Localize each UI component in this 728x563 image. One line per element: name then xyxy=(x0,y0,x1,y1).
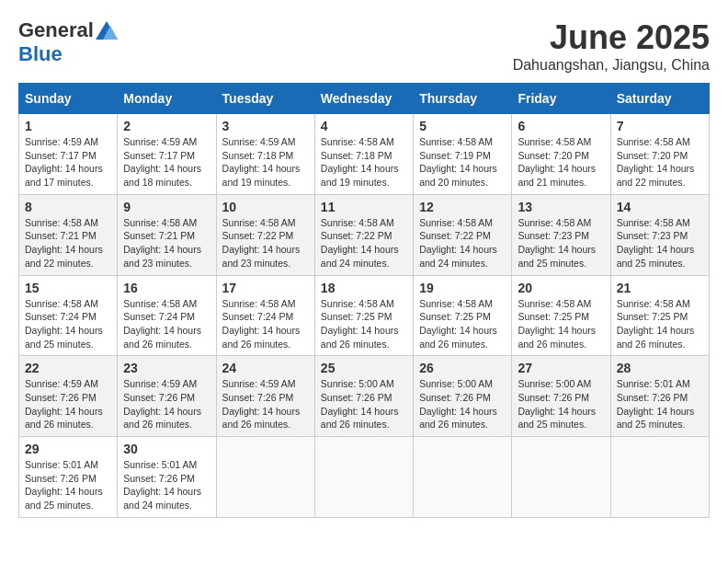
day-number: 5 xyxy=(419,119,506,133)
calendar-cell: 17Sunrise: 4:58 AM Sunset: 7:24 PM Dayli… xyxy=(216,275,314,356)
day-info: Sunrise: 5:01 AM Sunset: 7:26 PM Dayligh… xyxy=(25,458,111,512)
day-number: 23 xyxy=(123,361,210,375)
calendar-header-row: SundayMondayTuesdayWednesdayThursdayFrid… xyxy=(19,84,710,114)
calendar-cell: 14Sunrise: 4:58 AM Sunset: 7:23 PM Dayli… xyxy=(610,194,709,275)
day-info: Sunrise: 4:59 AM Sunset: 7:18 PM Dayligh… xyxy=(222,135,309,190)
day-number: 1 xyxy=(25,119,111,133)
header-saturday: Saturday xyxy=(610,84,709,114)
day-info: Sunrise: 4:58 AM Sunset: 7:22 PM Dayligh… xyxy=(419,216,506,270)
title-section: June 2025 Dahuangshan, Jiangsu, China xyxy=(513,18,710,74)
day-number: 27 xyxy=(518,361,604,375)
calendar-cell: 4Sunrise: 4:58 AM Sunset: 7:18 PM Daylig… xyxy=(314,114,413,195)
calendar-cell: 26Sunrise: 5:00 AM Sunset: 7:26 PM Dayli… xyxy=(414,356,512,437)
day-info: Sunrise: 4:59 AM Sunset: 7:17 PM Dayligh… xyxy=(25,135,111,190)
calendar-cell: 2Sunrise: 4:59 AM Sunset: 7:17 PM Daylig… xyxy=(118,114,216,195)
header-friday: Friday xyxy=(512,84,610,114)
day-info: Sunrise: 4:59 AM Sunset: 7:26 PM Dayligh… xyxy=(25,377,111,431)
header-tuesday: Tuesday xyxy=(216,84,314,114)
calendar-cell: 6Sunrise: 4:58 AM Sunset: 7:20 PM Daylig… xyxy=(512,114,610,195)
day-info: Sunrise: 4:58 AM Sunset: 7:25 PM Dayligh… xyxy=(321,297,407,351)
calendar-week-3: 15Sunrise: 4:58 AM Sunset: 7:24 PM Dayli… xyxy=(19,275,710,356)
day-number: 9 xyxy=(123,200,210,214)
day-info: Sunrise: 4:59 AM Sunset: 7:17 PM Dayligh… xyxy=(123,135,210,190)
calendar-cell: 28Sunrise: 5:01 AM Sunset: 7:26 PM Dayli… xyxy=(610,356,709,437)
header-monday: Monday xyxy=(118,84,216,114)
day-info: Sunrise: 4:58 AM Sunset: 7:25 PM Dayligh… xyxy=(419,297,506,351)
calendar-cell: 7Sunrise: 4:58 AM Sunset: 7:20 PM Daylig… xyxy=(610,114,709,195)
calendar-cell: 15Sunrise: 4:58 AM Sunset: 7:24 PM Dayli… xyxy=(19,275,118,356)
page-header: General Blue June 2025 Dahuangshan, Jian… xyxy=(18,18,710,74)
day-info: Sunrise: 4:58 AM Sunset: 7:24 PM Dayligh… xyxy=(222,297,309,351)
calendar-cell xyxy=(610,437,709,518)
calendar-cell: 5Sunrise: 4:58 AM Sunset: 7:19 PM Daylig… xyxy=(414,114,512,195)
day-number: 12 xyxy=(419,200,506,214)
day-number: 3 xyxy=(222,119,309,133)
day-number: 25 xyxy=(321,361,407,375)
calendar-cell xyxy=(512,437,610,518)
day-info: Sunrise: 4:58 AM Sunset: 7:22 PM Dayligh… xyxy=(321,216,407,270)
day-info: Sunrise: 4:58 AM Sunset: 7:22 PM Dayligh… xyxy=(222,216,309,270)
day-info: Sunrise: 5:01 AM Sunset: 7:26 PM Dayligh… xyxy=(123,458,210,512)
day-info: Sunrise: 4:58 AM Sunset: 7:25 PM Dayligh… xyxy=(617,297,703,351)
day-info: Sunrise: 4:58 AM Sunset: 7:24 PM Dayligh… xyxy=(25,297,111,351)
day-info: Sunrise: 4:58 AM Sunset: 7:20 PM Dayligh… xyxy=(617,135,703,190)
calendar-cell xyxy=(314,437,413,518)
day-info: Sunrise: 4:58 AM Sunset: 7:23 PM Dayligh… xyxy=(518,216,604,270)
day-info: Sunrise: 5:00 AM Sunset: 7:26 PM Dayligh… xyxy=(321,377,407,431)
header-sunday: Sunday xyxy=(19,84,118,114)
calendar-cell: 12Sunrise: 4:58 AM Sunset: 7:22 PM Dayli… xyxy=(414,194,512,275)
day-info: Sunrise: 4:58 AM Sunset: 7:20 PM Dayligh… xyxy=(518,135,604,190)
day-number: 21 xyxy=(617,281,703,295)
calendar-cell: 10Sunrise: 4:58 AM Sunset: 7:22 PM Dayli… xyxy=(216,194,314,275)
calendar-cell: 3Sunrise: 4:59 AM Sunset: 7:18 PM Daylig… xyxy=(216,114,314,195)
day-info: Sunrise: 4:58 AM Sunset: 7:21 PM Dayligh… xyxy=(25,216,111,270)
day-number: 29 xyxy=(25,442,111,456)
day-number: 13 xyxy=(518,200,604,214)
day-info: Sunrise: 5:00 AM Sunset: 7:26 PM Dayligh… xyxy=(518,377,604,431)
logo-general-text: General xyxy=(18,18,94,42)
day-number: 10 xyxy=(222,200,309,214)
calendar-cell: 22Sunrise: 4:59 AM Sunset: 7:26 PM Dayli… xyxy=(19,356,118,437)
month-title: June 2025 xyxy=(513,18,710,57)
calendar-cell xyxy=(216,437,314,518)
day-number: 26 xyxy=(419,361,506,375)
logo-icon xyxy=(96,21,118,40)
calendar-cell: 13Sunrise: 4:58 AM Sunset: 7:23 PM Dayli… xyxy=(512,194,610,275)
day-info: Sunrise: 5:01 AM Sunset: 7:26 PM Dayligh… xyxy=(617,377,703,431)
day-info: Sunrise: 4:59 AM Sunset: 7:26 PM Dayligh… xyxy=(222,377,309,431)
day-number: 11 xyxy=(321,200,407,214)
day-info: Sunrise: 4:59 AM Sunset: 7:26 PM Dayligh… xyxy=(123,377,210,431)
logo-blue-text: Blue xyxy=(18,42,63,66)
calendar-cell: 30Sunrise: 5:01 AM Sunset: 7:26 PM Dayli… xyxy=(118,437,216,518)
header-thursday: Thursday xyxy=(414,84,512,114)
day-number: 19 xyxy=(419,281,506,295)
calendar-cell: 18Sunrise: 4:58 AM Sunset: 7:25 PM Dayli… xyxy=(314,275,413,356)
day-number: 18 xyxy=(321,281,407,295)
calendar-week-2: 8Sunrise: 4:58 AM Sunset: 7:21 PM Daylig… xyxy=(19,194,710,275)
calendar-cell: 25Sunrise: 5:00 AM Sunset: 7:26 PM Dayli… xyxy=(314,356,413,437)
day-number: 20 xyxy=(518,281,604,295)
calendar-week-1: 1Sunrise: 4:59 AM Sunset: 7:17 PM Daylig… xyxy=(19,114,710,195)
day-number: 15 xyxy=(25,281,111,295)
logo: General Blue xyxy=(18,18,118,66)
calendar-cell: 27Sunrise: 5:00 AM Sunset: 7:26 PM Dayli… xyxy=(512,356,610,437)
calendar-week-5: 29Sunrise: 5:01 AM Sunset: 7:26 PM Dayli… xyxy=(19,437,710,518)
calendar-cell: 8Sunrise: 4:58 AM Sunset: 7:21 PM Daylig… xyxy=(19,194,118,275)
day-number: 14 xyxy=(617,200,703,214)
calendar-cell: 20Sunrise: 4:58 AM Sunset: 7:25 PM Dayli… xyxy=(512,275,610,356)
day-info: Sunrise: 4:58 AM Sunset: 7:19 PM Dayligh… xyxy=(419,135,506,190)
day-number: 8 xyxy=(25,200,111,214)
calendar-cell: 9Sunrise: 4:58 AM Sunset: 7:21 PM Daylig… xyxy=(118,194,216,275)
day-number: 17 xyxy=(222,281,309,295)
day-number: 30 xyxy=(123,442,210,456)
day-number: 24 xyxy=(222,361,309,375)
day-info: Sunrise: 4:58 AM Sunset: 7:24 PM Dayligh… xyxy=(123,297,210,351)
day-number: 28 xyxy=(617,361,703,375)
day-number: 4 xyxy=(321,119,407,133)
calendar-week-4: 22Sunrise: 4:59 AM Sunset: 7:26 PM Dayli… xyxy=(19,356,710,437)
day-info: Sunrise: 4:58 AM Sunset: 7:23 PM Dayligh… xyxy=(617,216,703,270)
day-number: 6 xyxy=(518,119,604,133)
day-info: Sunrise: 4:58 AM Sunset: 7:21 PM Dayligh… xyxy=(123,216,210,270)
calendar-cell: 21Sunrise: 4:58 AM Sunset: 7:25 PM Dayli… xyxy=(610,275,709,356)
day-number: 16 xyxy=(123,281,210,295)
